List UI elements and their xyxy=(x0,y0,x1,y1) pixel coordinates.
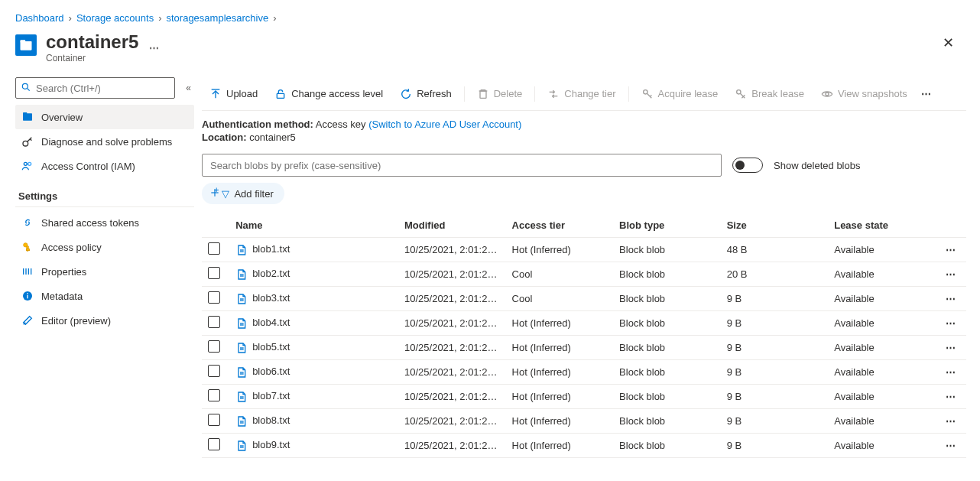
cell-type: Block blob xyxy=(613,238,721,262)
cell-name: blob2.txt xyxy=(229,262,398,287)
cell-name: blob4.txt xyxy=(229,311,398,336)
col-tier[interactable]: Access tier xyxy=(506,213,614,238)
file-icon xyxy=(235,342,248,354)
svg-line-3 xyxy=(28,88,30,90)
sidebar-item[interactable]: Diagnose and solve problems xyxy=(15,129,194,154)
blob-search-input[interactable] xyxy=(202,154,722,177)
cell-name: blob8.txt xyxy=(229,409,398,434)
table-row[interactable]: blob7.txt10/25/2021, 2:01:25 …Hot (Infer… xyxy=(202,385,966,409)
sidebar-search-input[interactable] xyxy=(36,83,170,94)
collapse-sidebar-icon[interactable]: « xyxy=(183,80,194,96)
add-filter-button[interactable]: + ▽ Add filter xyxy=(202,183,284,204)
svg-rect-4 xyxy=(23,113,32,120)
close-icon[interactable]: ✕ xyxy=(936,31,960,54)
cell-name: blob9.txt xyxy=(229,434,398,458)
search-icon xyxy=(21,82,31,95)
cell-tier: Cool xyxy=(506,262,614,287)
file-icon xyxy=(235,391,248,403)
nav-icon xyxy=(21,111,34,123)
breadcrumb-link[interactable]: Dashboard xyxy=(15,12,64,24)
row-more-button[interactable]: ⋯ xyxy=(936,287,966,311)
row-checkbox[interactable] xyxy=(208,242,220,255)
col-type[interactable]: Blob type xyxy=(613,213,721,238)
svg-point-2 xyxy=(22,83,28,89)
table-row[interactable]: blob6.txt10/25/2021, 2:01:26 …Hot (Infer… xyxy=(202,360,966,385)
breadcrumb-link[interactable]: storagesamplesarchive xyxy=(166,12,268,24)
sidebar-item[interactable]: Access policy xyxy=(15,235,194,259)
row-more-button[interactable]: ⋯ xyxy=(936,360,966,385)
refresh-button[interactable]: Refresh xyxy=(392,82,459,106)
cell-name: blob7.txt xyxy=(229,385,398,409)
row-checkbox[interactable] xyxy=(208,340,220,353)
row-more-button[interactable]: ⋯ xyxy=(936,409,966,434)
cell-tier: Hot (Inferred) xyxy=(506,336,614,360)
delete-button: Delete xyxy=(469,82,531,106)
file-icon xyxy=(235,366,248,379)
row-checkbox[interactable] xyxy=(208,267,220,279)
table-row[interactable]: blob3.txt10/25/2021, 2:01:25 …CoolBlock … xyxy=(202,287,966,311)
sidebar-item[interactable]: Editor (preview) xyxy=(15,308,194,333)
sidebar-item[interactable]: Metadata xyxy=(15,284,194,308)
table-row[interactable]: blob8.txt10/25/2021, 2:01:25 …Hot (Infer… xyxy=(202,409,966,434)
col-name[interactable]: Name xyxy=(229,213,398,238)
col-lease[interactable]: Lease state xyxy=(828,213,936,238)
row-checkbox[interactable] xyxy=(208,316,220,328)
cell-lease: Available xyxy=(828,287,936,311)
table-row[interactable]: blob4.txt10/25/2021, 2:01:25 …Hot (Infer… xyxy=(202,311,966,336)
cell-size: 9 B xyxy=(721,360,829,385)
sidebar-item[interactable]: Shared access tokens xyxy=(15,210,194,235)
cell-size: 9 B xyxy=(721,311,829,336)
cell-modified: 10/25/2021, 2:01:25 … xyxy=(398,336,506,360)
sidebar-item[interactable]: Overview xyxy=(15,105,194,129)
table-row[interactable]: blob9.txt10/25/2021, 2:01:25 …Hot (Infer… xyxy=(202,434,966,458)
row-more-button[interactable]: ⋯ xyxy=(936,434,966,458)
cell-name: blob5.txt xyxy=(229,336,398,360)
cell-modified: 10/25/2021, 2:01:25 … xyxy=(398,434,506,458)
svg-line-28 xyxy=(651,95,651,96)
file-icon xyxy=(235,440,248,452)
row-checkbox[interactable] xyxy=(208,389,220,401)
change-access-level-button[interactable]: Change access level xyxy=(267,82,391,106)
upload-button[interactable]: Upload xyxy=(202,82,265,106)
cell-tier: Hot (Inferred) xyxy=(506,238,614,262)
row-more-button[interactable]: ⋯ xyxy=(936,336,966,360)
cell-type: Block blob xyxy=(613,409,721,434)
sidebar-item[interactable]: Access Control (IAM) xyxy=(15,154,194,178)
cell-modified: 10/25/2021, 2:01:25 … xyxy=(398,385,506,409)
cell-type: Block blob xyxy=(613,336,721,360)
breadcrumb-link[interactable]: Storage accounts xyxy=(76,12,154,24)
row-checkbox[interactable] xyxy=(208,438,220,450)
col-size[interactable]: Size xyxy=(721,213,829,238)
svg-point-6 xyxy=(23,141,28,146)
row-checkbox[interactable] xyxy=(208,414,220,426)
table-row[interactable]: blob5.txt10/25/2021, 2:01:25 …Hot (Infer… xyxy=(202,336,966,360)
row-more-button[interactable]: ⋯ xyxy=(936,311,966,336)
show-deleted-toggle[interactable] xyxy=(732,158,763,173)
toolbar: Upload Change access level Refresh Delet… xyxy=(202,77,966,111)
acquire-lease-button: Acquire lease xyxy=(634,82,726,106)
toolbar-more-button[interactable]: ⋯ xyxy=(917,82,936,106)
title-more-icon[interactable]: ⋯ xyxy=(146,39,162,57)
row-checkbox[interactable] xyxy=(208,365,220,377)
lock-icon xyxy=(274,88,287,100)
cell-modified: 10/25/2021, 2:01:25 … xyxy=(398,238,506,262)
table-row[interactable]: blob1.txt10/25/2021, 2:01:25 …Hot (Infer… xyxy=(202,238,966,262)
nav-label: Diagnose and solve problems xyxy=(41,136,172,148)
break-lease-icon xyxy=(735,88,747,100)
cell-modified: 10/25/2021, 2:01:25 … xyxy=(398,409,506,434)
row-more-button[interactable]: ⋯ xyxy=(936,385,966,409)
file-icon xyxy=(235,293,248,305)
cell-lease: Available xyxy=(828,409,936,434)
row-more-button[interactable]: ⋯ xyxy=(936,238,966,262)
row-more-button[interactable]: ⋯ xyxy=(936,262,966,287)
sidebar-search[interactable] xyxy=(15,77,175,99)
svg-point-10 xyxy=(28,162,31,165)
sidebar-item[interactable]: Properties xyxy=(15,259,194,284)
cell-size: 20 B xyxy=(721,262,829,287)
svg-line-8 xyxy=(30,139,31,141)
switch-auth-link[interactable]: (Switch to Azure AD User Account) xyxy=(368,119,521,130)
row-checkbox[interactable] xyxy=(208,291,220,304)
svg-rect-1 xyxy=(21,40,26,42)
table-row[interactable]: blob2.txt10/25/2021, 2:01:25 …CoolBlock … xyxy=(202,262,966,287)
col-modified[interactable]: Modified xyxy=(398,213,506,238)
